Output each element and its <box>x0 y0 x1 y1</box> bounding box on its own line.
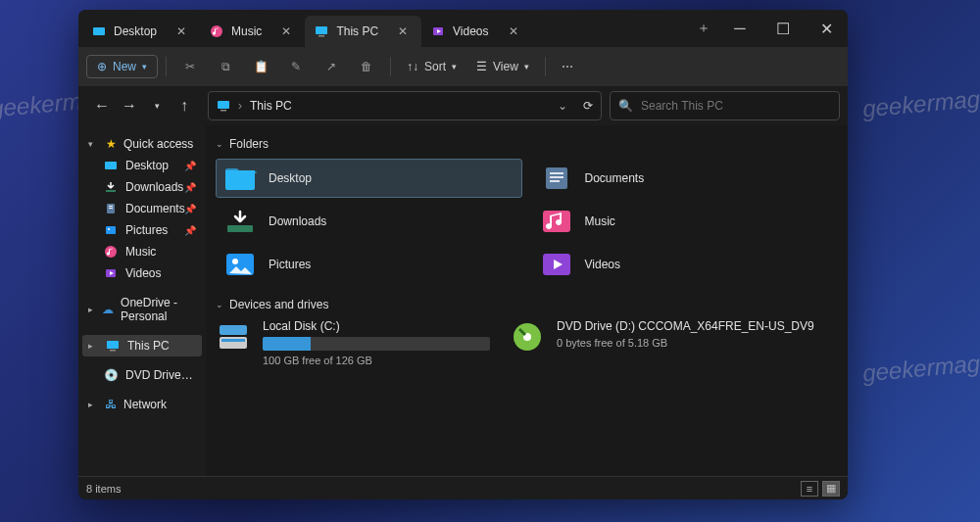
sidebar-dvd-drive[interactable]: 💿 DVD Drive (D:) CCCOMA_X64FRE_EN-US_DV9 <box>82 364 202 386</box>
music-icon <box>104 245 118 259</box>
maximize-button[interactable]: ☐ <box>761 10 805 47</box>
sidebar-quick-access[interactable]: ▾ ★ Quick access <box>82 133 202 155</box>
copy-icon: ⧉ <box>218 59 233 74</box>
folders-grid: Desktop Documents Downloads Music Pictur… <box>216 159 838 284</box>
svg-rect-12 <box>106 226 116 234</box>
up-button[interactable]: ↑ <box>172 94 196 118</box>
cut-button[interactable]: ✂ <box>174 55 206 78</box>
more-button[interactable]: ⋯ <box>554 56 581 77</box>
drives-section-header[interactable]: ⌄ Devices and drives <box>216 294 838 319</box>
address-bar[interactable]: › This PC ⌄ ⟳ <box>208 91 602 120</box>
view-label: View <box>493 60 518 73</box>
tab-label: Desktop <box>114 24 157 38</box>
drive-subtitle: 100 GB free of 126 GB <box>263 355 490 366</box>
thispc-icon <box>106 339 120 353</box>
folder-pictures[interactable]: Pictures <box>216 245 522 284</box>
svg-point-25 <box>232 259 238 264</box>
svg-rect-2 <box>316 26 327 34</box>
chevron-right-icon: ▸ <box>88 305 95 314</box>
drive-subtitle: 0 bytes free of 5.18 GB <box>557 337 814 349</box>
sidebar-item-music[interactable]: Music <box>82 241 202 262</box>
details-view-button[interactable]: ≡ <box>801 481 818 497</box>
minimize-button[interactable]: ─ <box>718 10 761 47</box>
svg-rect-8 <box>106 190 116 192</box>
hdd-icon <box>216 319 251 355</box>
sidebar-item-downloads[interactable]: Downloads 📌 <box>82 176 202 198</box>
drive-item[interactable]: Local Disk (C:) 100 GB free of 126 GB <box>216 319 490 366</box>
sidebar-item-label: Documents <box>125 202 185 215</box>
nav-arrows: ← → ▾ ↑ <box>86 94 200 118</box>
sidebar-item-pictures[interactable]: Pictures 📌 <box>82 219 202 241</box>
explorer-window: Desktop ✕ Music ✕ This PC ✕ Videos ✕ ＋ ─… <box>78 10 848 499</box>
sort-button[interactable]: ↑↓ Sort ▾ <box>399 56 465 77</box>
disc-icon: 💿 <box>104 368 118 382</box>
close-tab-button[interactable]: ✕ <box>398 24 412 38</box>
folder-videos[interactable]: Videos <box>532 245 839 284</box>
refresh-button[interactable]: ⟳ <box>583 99 593 113</box>
status-bar: 8 items ≡ ▦ <box>78 476 848 499</box>
chevron-right-icon: ▸ <box>88 341 98 351</box>
music-icon <box>210 24 223 38</box>
titlebar: Desktop ✕ Music ✕ This PC ✕ Videos ✕ ＋ ─… <box>78 10 848 47</box>
sidebar-item-label: Desktop <box>125 159 169 172</box>
rename-button[interactable]: ✎ <box>280 55 312 78</box>
videos-icon <box>104 266 118 280</box>
tab-music[interactable]: Music ✕ <box>200 16 305 47</box>
sidebar-item-desktop[interactable]: Desktop 📌 <box>82 155 202 176</box>
folder-desktop[interactable]: Desktop <box>216 159 522 198</box>
pin-icon: 📌 <box>184 161 196 171</box>
share-button[interactable]: ↗ <box>316 55 347 78</box>
close-button[interactable]: ✕ <box>805 10 848 47</box>
search-box[interactable]: 🔍 <box>610 91 840 120</box>
thispc-icon <box>315 24 328 38</box>
chevron-down-icon[interactable]: ⌄ <box>558 99 567 113</box>
folder-documents[interactable]: Documents <box>532 159 839 198</box>
svg-rect-11 <box>109 208 113 209</box>
chevron-down-icon: ⌄ <box>216 300 223 309</box>
folder-label: Music <box>585 214 615 228</box>
new-button[interactable]: ⊕ New ▾ <box>86 55 158 78</box>
sidebar-network[interactable]: ▸ 🖧 Network <box>82 394 202 415</box>
tab-desktop[interactable]: Desktop ✕ <box>82 16 200 47</box>
chevron-down-icon: ⌄ <box>216 139 223 149</box>
folder-label: Videos <box>585 258 620 271</box>
close-tab-button[interactable]: ✕ <box>176 24 190 38</box>
close-tab-button[interactable]: ✕ <box>281 24 295 38</box>
sidebar-item-videos[interactable]: Videos <box>82 262 202 284</box>
new-tab-button[interactable]: ＋ <box>689 10 718 47</box>
network-icon: 🖧 <box>104 398 118 411</box>
sidebar-item-label: Music <box>125 245 156 259</box>
tab-label: This PC <box>336 24 378 38</box>
sidebar-item-documents[interactable]: Documents 📌 <box>82 198 202 219</box>
folders-section-header[interactable]: ⌄ Folders <box>216 133 838 159</box>
tab-this-pc[interactable]: This PC ✕ <box>305 16 421 47</box>
plus-icon: ⊕ <box>97 60 107 73</box>
recent-button[interactable]: ▾ <box>145 94 169 118</box>
sidebar-label: OneDrive - Personal <box>121 296 196 323</box>
drive-item[interactable]: DVD Drive (D:) CCCOMA_X64FRE_EN-US_DV9 0… <box>510 319 784 366</box>
chevron-right-icon: ▸ <box>88 400 98 409</box>
tab-label: Music <box>231 24 262 38</box>
rename-icon: ✎ <box>288 59 304 74</box>
svg-point-14 <box>105 246 117 258</box>
tiles-view-button[interactable]: ▦ <box>822 481 840 497</box>
folder-music[interactable]: Music <box>532 202 839 241</box>
scissors-icon: ✂ <box>182 59 198 74</box>
back-button[interactable]: ← <box>90 94 114 118</box>
forward-button[interactable]: → <box>118 94 141 118</box>
copy-button[interactable]: ⧉ <box>210 55 241 78</box>
delete-button[interactable]: 🗑 <box>351 55 382 78</box>
sidebar-label: Quick access <box>123 137 193 151</box>
cloud-icon: ☁ <box>101 303 115 316</box>
tab-videos[interactable]: Videos ✕ <box>421 16 531 47</box>
paste-button[interactable]: 📋 <box>245 55 276 78</box>
sidebar-onedrive[interactable]: ▸ ☁ OneDrive - Personal <box>82 292 202 327</box>
view-button[interactable]: ☰ View ▾ <box>468 56 537 77</box>
close-tab-button[interactable]: ✕ <box>509 24 522 38</box>
downloads-icon <box>223 208 257 235</box>
search-input[interactable] <box>641 99 831 113</box>
sidebar-this-pc[interactable]: ▸ This PC <box>82 335 202 356</box>
svg-rect-27 <box>220 325 247 335</box>
pictures-icon <box>104 223 118 237</box>
folder-downloads[interactable]: Downloads <box>216 202 522 241</box>
